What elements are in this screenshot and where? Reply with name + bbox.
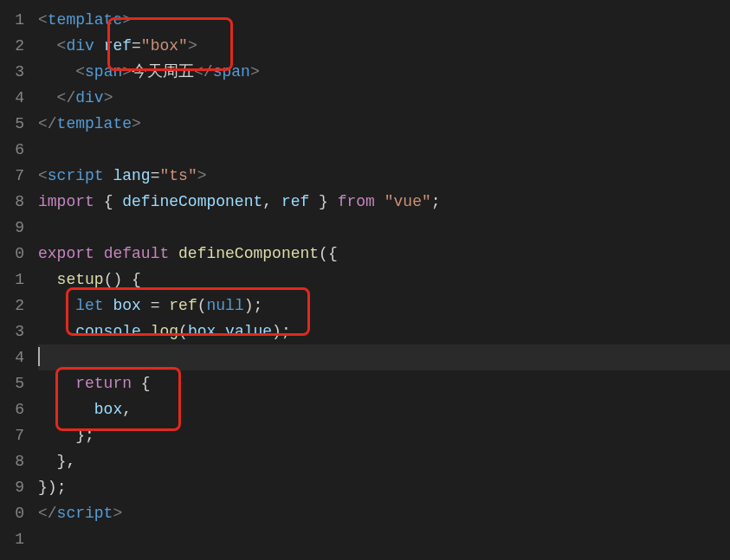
- bracket: </: [38, 505, 57, 522]
- brace: {: [132, 271, 141, 288]
- brace: {: [141, 375, 151, 392]
- tag: script: [48, 167, 104, 184]
- brace: {: [328, 245, 338, 262]
- line-number: 8: [0, 448, 31, 474]
- bracket: >: [104, 89, 113, 106]
- bracket: >: [122, 63, 132, 80]
- line-number: 4: [0, 344, 31, 370]
- semi: ;: [57, 479, 67, 496]
- semi: ;: [431, 193, 441, 210]
- bracket: >: [122, 11, 132, 29]
- function-call: log: [151, 323, 178, 340]
- indent: [38, 401, 94, 418]
- keyword: default: [104, 245, 170, 262]
- string: "vue": [384, 193, 431, 210]
- indent: [38, 375, 75, 392]
- bracket: >: [188, 37, 197, 55]
- code-line[interactable]: [38, 215, 730, 241]
- space: [104, 297, 113, 314]
- code-line[interactable]: import { defineComponent, ref } from "vu…: [38, 189, 730, 215]
- keyword: import: [38, 193, 94, 210]
- line-number: 6: [0, 396, 31, 422]
- space: [94, 193, 104, 210]
- string: box: [151, 37, 178, 55]
- line-number: 0: [0, 500, 31, 526]
- comma: ,: [66, 453, 75, 470]
- dot: .: [141, 323, 151, 340]
- indent: [38, 453, 57, 470]
- line-number: 3: [0, 59, 31, 85]
- identifier: ref: [281, 193, 309, 210]
- space: [141, 297, 151, 314]
- line-number: 1: [0, 7, 31, 33]
- brace: }: [309, 193, 328, 210]
- bracket: <: [75, 63, 85, 80]
- semi: ;: [254, 297, 263, 314]
- indent: [38, 89, 57, 106]
- paren: ): [244, 297, 254, 314]
- identifier: defineComponent: [122, 193, 262, 210]
- code-line[interactable]: [38, 526, 730, 552]
- keyword: export: [38, 245, 94, 262]
- paren: (: [197, 297, 207, 314]
- indent: [38, 427, 75, 444]
- bracket: >: [197, 167, 207, 184]
- code-line[interactable]: setup() {: [38, 267, 730, 293]
- bracket: </: [38, 115, 57, 132]
- indent: [38, 37, 57, 55]
- code-line[interactable]: <template>: [38, 7, 730, 33]
- identifier: value: [225, 323, 272, 340]
- tag: template: [57, 115, 132, 132]
- identifier: box: [94, 401, 122, 418]
- line-number: 9: [0, 215, 31, 241]
- code-line-current[interactable]: [38, 344, 730, 370]
- code-line[interactable]: export default defineComponent({: [38, 241, 730, 267]
- attr: ref: [104, 37, 132, 55]
- code-line[interactable]: };: [38, 422, 730, 448]
- code-line[interactable]: [38, 137, 730, 163]
- code-line[interactable]: <span>今天周五</span>: [38, 59, 730, 85]
- tag: span: [85, 63, 122, 80]
- keyword: return: [75, 375, 132, 392]
- code-line[interactable]: let box = ref(null);: [38, 293, 730, 319]
- function-def: setup: [57, 271, 104, 288]
- code-line[interactable]: <script lang="ts">: [38, 163, 730, 189]
- space: [94, 37, 104, 55]
- line-number: 1: [0, 267, 31, 293]
- tag: span: [213, 63, 250, 80]
- brace: }: [75, 427, 85, 444]
- code-line[interactable]: </template>: [38, 111, 730, 137]
- code-editor[interactable]: 1 2 3 4 5 6 7 8 9 0 1 2 3 4 5 6 7 8 9 0 …: [0, 0, 730, 560]
- line-number: 5: [0, 370, 31, 396]
- line-number: 2: [0, 293, 31, 319]
- code-line[interactable]: });: [38, 474, 730, 500]
- bracket: >: [132, 115, 141, 132]
- code-area[interactable]: <template> <div ref="box"> <span>今天周五</s…: [38, 7, 730, 552]
- parens: (): [104, 271, 123, 288]
- indent: [38, 323, 75, 340]
- line-number: 4: [0, 85, 31, 111]
- code-line[interactable]: return {: [38, 370, 730, 396]
- code-line[interactable]: <div ref="box">: [38, 33, 730, 59]
- code-line[interactable]: console.log(box.value);: [38, 319, 730, 344]
- paren: ): [272, 323, 281, 340]
- code-line[interactable]: </script>: [38, 500, 730, 526]
- line-number: 7: [0, 422, 31, 448]
- code-line[interactable]: box,: [38, 396, 730, 422]
- indent: [38, 63, 75, 80]
- quote: ": [159, 167, 169, 184]
- brace: {: [104, 193, 123, 210]
- code-line[interactable]: </div>: [38, 85, 730, 111]
- code-line[interactable]: },: [38, 448, 730, 474]
- comma: ,: [122, 401, 132, 418]
- brace: }: [57, 453, 67, 470]
- tag: template: [48, 11, 122, 29]
- text-cursor: [38, 347, 40, 366]
- bracket: </: [57, 89, 76, 106]
- bracket: <: [38, 11, 48, 29]
- identifier: console: [75, 323, 141, 340]
- paren: (: [319, 245, 328, 262]
- line-number: 2: [0, 33, 31, 59]
- bracket: <: [57, 37, 67, 55]
- space: [159, 297, 169, 314]
